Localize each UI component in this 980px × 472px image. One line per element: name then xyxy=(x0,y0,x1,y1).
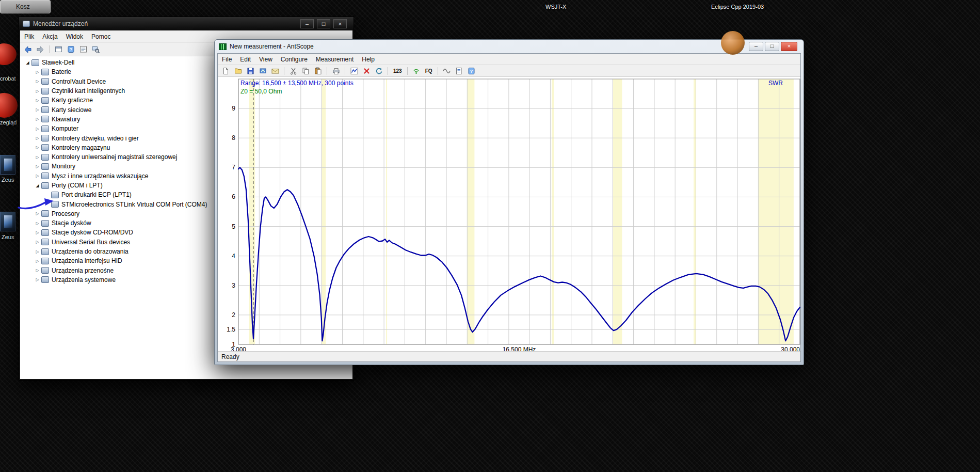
sine-icon[interactable] xyxy=(441,66,453,76)
open-icon[interactable] xyxy=(232,66,244,76)
device-manager-icon xyxy=(23,21,30,27)
tree-item-label: Urządzenia interfejsu HID xyxy=(51,257,122,264)
email-icon[interactable] xyxy=(269,66,281,76)
new-icon[interactable] xyxy=(220,66,231,76)
minimize-button[interactable]: – xyxy=(300,19,314,28)
expand-icon[interactable]: ▷ xyxy=(34,127,41,131)
collapse-icon[interactable]: ◢ xyxy=(34,183,41,188)
expand-icon[interactable]: ▷ xyxy=(34,211,41,216)
minimize-button[interactable]: – xyxy=(749,42,763,51)
expand-icon[interactable]: ▷ xyxy=(34,107,41,112)
save-icon[interactable] xyxy=(245,66,256,76)
refresh-icon[interactable] xyxy=(373,66,384,76)
expand-icon[interactable]: ▷ xyxy=(34,164,41,169)
as-menu-help[interactable]: Help xyxy=(358,54,379,65)
antscope-menubar: FileEditViewConfigureMeasurementHelp xyxy=(218,54,800,65)
dm-menu-akcja[interactable]: Akcja xyxy=(38,32,61,42)
battery-icon xyxy=(41,69,49,75)
maximize-button[interactable]: □ xyxy=(765,42,779,51)
as-menu-edit[interactable]: Edit xyxy=(236,54,255,65)
forward-icon[interactable] xyxy=(35,44,46,55)
expand-icon[interactable]: ▷ xyxy=(34,268,41,273)
desktop-icon-wsjtx-label[interactable]: WSJT-X xyxy=(545,4,566,10)
expand-icon[interactable]: ▷ xyxy=(34,277,41,282)
browser-icon[interactable] xyxy=(0,93,18,118)
toolbar-separator xyxy=(407,67,408,75)
help-icon[interactable]: ? xyxy=(466,66,477,76)
status-text: Ready xyxy=(221,353,239,360)
copy-icon[interactable] xyxy=(300,66,311,76)
fq-icon[interactable]: FQ xyxy=(423,66,435,76)
expand-icon[interactable]: ▷ xyxy=(34,89,41,93)
erase-icon[interactable] xyxy=(361,66,372,76)
cut-icon[interactable] xyxy=(287,66,299,76)
antscope-body: FileEditViewConfigureMeasurementHelp 123… xyxy=(217,53,801,362)
desktop-icon-eclipse-label[interactable]: Eclipse Cpp 2019-03 xyxy=(711,4,764,10)
svg-text:9: 9 xyxy=(232,105,235,112)
device-manager-titlebar[interactable]: Menedżer urządzeń – □ × xyxy=(19,17,354,30)
svg-text:6: 6 xyxy=(232,193,235,200)
chart-icon[interactable] xyxy=(348,66,360,76)
svg-text:30,000: 30,000 xyxy=(781,346,800,351)
expand-icon[interactable]: ▷ xyxy=(34,155,41,160)
zeus-icon[interactable] xyxy=(0,212,15,231)
tree-item-label: Karty graficzne xyxy=(51,97,93,104)
dm-menu-widok[interactable]: Widok xyxy=(62,32,87,42)
antscope-titlebar[interactable]: New measurement - AntScope – □ × xyxy=(217,40,801,53)
desktop-icon-zeus-label[interactable]: Zeus xyxy=(2,177,14,183)
expand-icon[interactable]: ▷ xyxy=(34,136,41,140)
tune-icon[interactable] xyxy=(257,66,268,76)
points-icon[interactable]: 123 xyxy=(391,66,404,76)
zeus-icon[interactable] xyxy=(0,155,15,175)
report-icon[interactable] xyxy=(454,66,465,76)
svg-text:2: 2 xyxy=(232,311,235,319)
desktop-icon-zeus-label[interactable]: Zeus xyxy=(2,234,14,240)
back-icon[interactable] xyxy=(22,44,34,55)
security-icon xyxy=(41,78,49,85)
storage-icon xyxy=(41,144,49,151)
tree-item-label: Procesory xyxy=(51,210,79,217)
console-icon[interactable] xyxy=(53,44,64,55)
as-menu-configure[interactable]: Configure xyxy=(277,54,312,65)
svg-text:16,500 MHz: 16,500 MHz xyxy=(503,346,536,351)
expand-icon[interactable]: ▷ xyxy=(34,145,41,150)
expand-icon[interactable]: ▷ xyxy=(34,230,41,235)
expand-icon[interactable]: ▷ xyxy=(34,221,41,226)
antenna-icon[interactable] xyxy=(411,66,422,76)
cpu-icon xyxy=(41,210,49,217)
swr-chart: 11.5234567893,00016,500 MHz30,000 xyxy=(218,77,800,351)
expand-icon[interactable]: ▷ xyxy=(34,70,41,74)
desktop-icon-browser-label[interactable]: zegląd xyxy=(0,119,17,125)
close-button[interactable]: × xyxy=(333,19,347,28)
dm-menu-pomoc[interactable]: Pomoc xyxy=(87,32,115,42)
computer-icon xyxy=(41,125,49,132)
scan-icon[interactable] xyxy=(90,44,101,55)
acrobat-icon[interactable] xyxy=(0,43,17,65)
svg-text:4: 4 xyxy=(232,253,235,260)
tree-item-label: Baterie xyxy=(51,68,71,75)
as-menu-view[interactable]: View xyxy=(255,54,277,65)
expand-icon[interactable]: ▷ xyxy=(34,240,41,244)
desktop-icon-acrobat-label[interactable]: crobat xyxy=(0,75,16,82)
expand-icon[interactable]: ▷ xyxy=(34,174,41,178)
expand-icon[interactable]: ▷ xyxy=(34,249,41,254)
properties-icon[interactable] xyxy=(77,44,89,55)
help-icon[interactable]: ? xyxy=(65,44,76,55)
expand-icon[interactable]: ▷ xyxy=(34,98,41,103)
svg-text:3,000: 3,000 xyxy=(231,346,246,351)
expand-icon[interactable]: ▷ xyxy=(34,79,41,84)
close-button[interactable]: × xyxy=(781,42,797,51)
paste-icon[interactable] xyxy=(312,66,324,76)
maximize-button[interactable]: □ xyxy=(317,19,330,28)
desktop: { "desktop": { "icons": { "kosz": "Kosz"… xyxy=(0,0,980,472)
tree-item-label: Port drukarki ECP (LPT1) xyxy=(61,191,132,198)
print-icon[interactable] xyxy=(330,66,342,76)
as-menu-measurement[interactable]: Measurement xyxy=(312,54,358,65)
dm-menu-plik[interactable]: Plik xyxy=(20,32,38,42)
expand-icon[interactable]: ▷ xyxy=(34,259,41,263)
as-menu-file[interactable]: File xyxy=(218,54,236,65)
collapse-icon[interactable]: ◢ xyxy=(24,60,31,65)
imaging-icon xyxy=(41,248,49,255)
expand-icon[interactable]: ▷ xyxy=(34,117,41,121)
desktop-icon-kosz[interactable]: Kosz xyxy=(0,0,51,13)
